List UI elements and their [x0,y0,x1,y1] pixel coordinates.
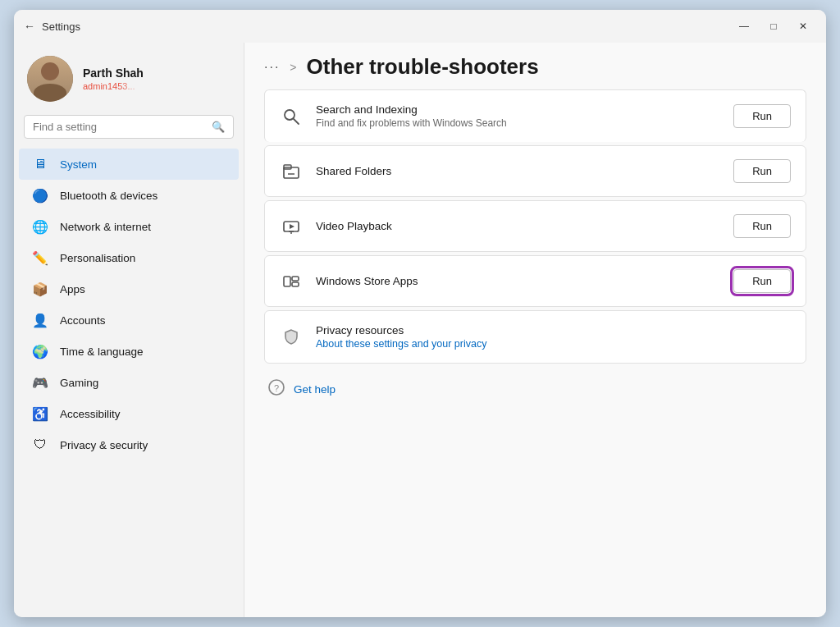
user-info: Parth Shah admin1453... [83,66,144,91]
windows-store-title: Windows Store Apps [316,275,720,287]
network-icon: 🌐 [32,218,48,235]
search-indexing-title: Search and Indexing [316,103,720,116]
troubleshooter-windows-store: Windows Store Apps Run [264,255,806,307]
minimize-button[interactable]: — [731,15,757,38]
windows-store-info: Windows Store Apps [316,275,720,287]
sidebar-item-personalisation[interactable]: ✏️ Personalisation [19,242,239,273]
user-email: admin1453... [83,81,144,91]
sidebar-item-bluetooth[interactable]: 🔵 Bluetooth & devices [19,180,239,211]
windows-store-icon [280,270,303,293]
search-indexing-icon [280,105,303,128]
user-profile: Parth Shah admin1453... [14,43,244,112]
privacy-nav-icon: 🛡 [32,437,48,453]
sidebar-item-privacy[interactable]: 🛡 Privacy & security [19,429,239,460]
search-box[interactable]: 🔍 [24,115,234,139]
run-video-playback-button[interactable]: Run [733,214,791,238]
bluetooth-icon: 🔵 [32,187,48,204]
sidebar: Parth Shah admin1453... 🔍 🖥 System 🔵 Blu… [14,43,244,617]
search-indexing-desc: Find and fix problems with Windows Searc… [316,117,720,129]
privacy-resources-item: Privacy resources About these settings a… [264,310,806,364]
content-header: ··· > Other trouble-shooters [244,43,826,89]
sidebar-item-accessibility-label: Accessibility [60,408,121,420]
shared-folders-icon [280,160,303,183]
sidebar-item-network-label: Network & internet [60,221,151,233]
nav-items: 🖥 System 🔵 Bluetooth & devices 🌐 Network… [14,149,244,611]
gaming-icon: 🎮 [32,374,48,391]
close-button[interactable]: ✕ [790,15,816,38]
sidebar-item-network[interactable]: 🌐 Network & internet [19,211,239,242]
window-controls: — □ ✕ [731,15,816,38]
page-title: Other trouble-shooters [307,54,539,80]
sidebar-item-system-label: System [60,158,97,171]
troubleshooter-search-indexing: Search and Indexing Find and fix problem… [264,89,806,142]
get-help-row[interactable]: ? Get help [264,367,806,400]
content-body: Search and Indexing Find and fix problem… [244,89,826,617]
run-search-indexing-button[interactable]: Run [733,104,791,128]
sidebar-item-apps-label: Apps [60,283,85,295]
system-icon: 🖥 [32,156,48,172]
apps-icon: 📦 [32,281,48,297]
svg-marker-8 [290,224,294,229]
troubleshooter-video-playback: Video Playback Run [264,200,806,252]
user-name: Parth Shah [83,66,144,80]
search-input[interactable] [33,121,205,133]
privacy-resources-icon [280,326,303,349]
avatar [27,56,73,102]
svg-point-0 [285,110,294,120]
sidebar-item-personalisation-label: Personalisation [60,252,135,264]
search-indexing-info: Search and Indexing Find and fix problem… [316,103,720,129]
sidebar-item-system[interactable]: 🖥 System [19,149,239,180]
maximize-button[interactable]: □ [760,15,787,38]
svg-text:?: ? [274,383,279,393]
sidebar-item-accounts-label: Accounts [60,314,106,327]
video-playback-title: Video Playback [316,220,720,232]
title-bar: ← Settings — □ ✕ [14,10,826,43]
search-icon: 🔍 [212,121,225,133]
sidebar-item-gaming-label: Gaming [60,377,98,389]
privacy-info: Privacy resources About these settings a… [316,324,791,350]
sidebar-item-accessibility[interactable]: ♿ Accessibility [19,398,239,429]
shared-folders-title: Shared Folders [316,165,720,177]
run-windows-store-button[interactable]: Run [733,269,791,293]
sidebar-item-apps[interactable]: 📦 Apps [19,273,239,304]
svg-line-1 [294,119,299,124]
personalisation-icon: ✏️ [32,249,48,266]
svg-rect-9 [284,277,290,286]
settings-window: ← Settings — □ ✕ Parth Shah admin1453... [14,10,826,617]
main-layout: Parth Shah admin1453... 🔍 🖥 System 🔵 Blu… [14,43,826,617]
time-icon: 🌍 [32,343,48,359]
breadcrumb-dots: ··· [264,60,280,75]
sidebar-item-accounts[interactable]: 👤 Accounts [19,304,239,336]
run-shared-folders-button[interactable]: Run [733,159,791,183]
shared-folders-info: Shared Folders [316,165,720,177]
window-title: Settings [42,21,80,33]
back-icon[interactable]: ← [24,20,35,33]
video-playback-info: Video Playback [316,220,720,232]
breadcrumb-separator: > [290,61,296,74]
sidebar-item-privacy-label: Privacy & security [60,439,148,451]
get-help-icon: ? [267,378,285,400]
sidebar-item-gaming[interactable]: 🎮 Gaming [19,367,239,398]
svg-rect-10 [292,277,299,281]
accessibility-icon: ♿ [32,405,48,422]
sidebar-item-time-label: Time & language [60,346,144,358]
accounts-icon: 👤 [32,312,48,328]
sidebar-item-time[interactable]: 🌍 Time & language [19,336,239,367]
privacy-title: Privacy resources [316,324,791,336]
svg-rect-11 [292,282,299,286]
video-playback-icon [280,215,303,238]
content-area: ··· > Other trouble-shooters Search and … [244,43,826,617]
sidebar-item-bluetooth-label: Bluetooth & devices [60,190,158,202]
privacy-link[interactable]: About these settings and your privacy [316,338,791,350]
troubleshooter-shared-folders: Shared Folders Run [264,145,806,197]
get-help-text: Get help [294,383,336,396]
